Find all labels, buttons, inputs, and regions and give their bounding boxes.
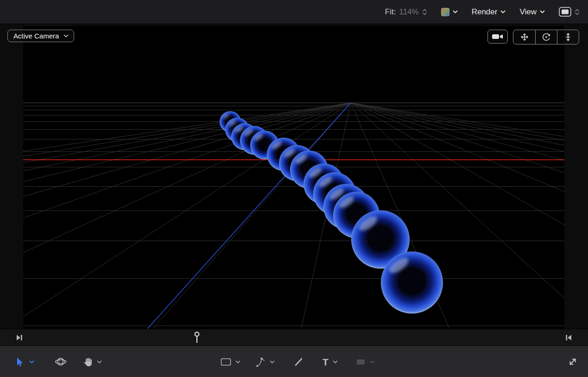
hand-icon [82, 357, 93, 367]
chevron-down-icon [500, 10, 506, 13]
camera-menu-label: Active Camera [13, 32, 59, 40]
window-layout-control[interactable] [559, 7, 580, 17]
pan-hand-tool[interactable] [82, 346, 102, 377]
orbit-icon [541, 32, 551, 42]
pan-move-icon [519, 32, 530, 42]
top-toolbar: Fit: 114% Render View [0, 0, 588, 24]
bezier-tool-icon [256, 357, 266, 367]
chevron-down-icon[interactable] [333, 360, 338, 364]
chevron-down-icon[interactable] [29, 360, 34, 364]
pan-camera-button[interactable] [513, 30, 535, 44]
range-end-icon[interactable] [565, 333, 572, 342]
range-start-icon[interactable] [16, 333, 23, 342]
color-swatch-menu[interactable] [441, 8, 458, 16]
timeline-scrubber[interactable] [0, 329, 588, 346]
transform-3d-tool[interactable] [55, 346, 67, 377]
render-label: Render [472, 7, 498, 17]
bezier-tool[interactable] [256, 346, 275, 377]
text-tool-icon: T [322, 357, 329, 367]
video-camera-icon [492, 33, 504, 40]
view-menu[interactable]: View [519, 7, 545, 17]
view-label: View [519, 7, 537, 17]
shape-disabled-icon [356, 358, 366, 365]
select-arrow-icon [15, 357, 25, 367]
scene-3d-view[interactable] [23, 26, 564, 329]
expand-view-button[interactable] [568, 346, 578, 377]
select-transform-tool[interactable] [15, 346, 34, 377]
paint-stroke-icon [294, 357, 303, 367]
chevron-down-icon [540, 10, 545, 13]
camera-controls [487, 30, 579, 44]
chevron-down-icon [370, 360, 375, 364]
rectangle-tool[interactable] [221, 346, 240, 377]
dolly-icon [563, 32, 573, 42]
camera-select-menu[interactable]: Active Camera [7, 30, 74, 42]
color-swatch-icon [441, 8, 449, 16]
chevron-down-icon[interactable] [270, 360, 275, 364]
zoom-stepper-icon[interactable] [422, 8, 427, 16]
rectangle-tool-icon [221, 358, 231, 366]
bottom-toolbar: T [0, 346, 588, 377]
expand-icon [568, 357, 578, 367]
fit-label: Fit: [385, 7, 396, 17]
zoom-control[interactable]: Fit: 114% [385, 7, 427, 17]
chevron-down-icon[interactable] [235, 360, 240, 364]
chevron-down-icon [63, 34, 69, 38]
paint-stroke-tool[interactable] [294, 346, 303, 377]
canvas-area: Active Camera [0, 24, 588, 329]
transform-3d-icon [55, 356, 67, 368]
render-menu[interactable]: Render [472, 7, 506, 17]
camera-tool-group [513, 30, 579, 44]
chevron-down-icon [453, 10, 458, 13]
layout-stepper-icon [575, 8, 580, 16]
mask-shape-tool [356, 346, 375, 377]
chevron-down-icon[interactable] [97, 360, 102, 364]
show-camera-button[interactable] [487, 30, 508, 44]
dolly-camera-button[interactable] [557, 30, 579, 44]
playhead[interactable] [194, 331, 200, 344]
zoom-value: 114% [399, 7, 418, 17]
canvas-viewport[interactable] [23, 26, 564, 329]
orbit-camera-button[interactable] [535, 30, 557, 44]
text-tool[interactable]: T [322, 346, 338, 377]
window-layout-icon [559, 7, 571, 17]
